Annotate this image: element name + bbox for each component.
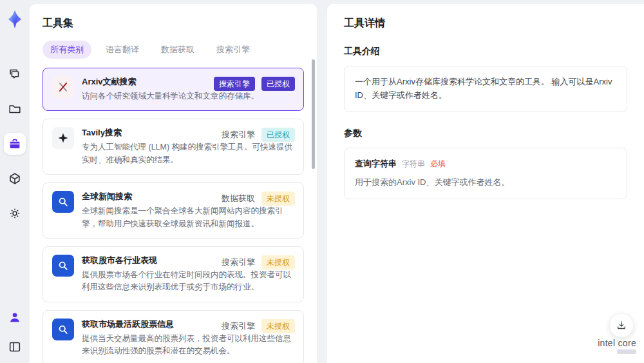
tool-badges: 搜索引擎已授权: [222, 128, 295, 142]
tool-description: 提供当天交易量最高的股票列表，投资者可以利用这些信息来识别流动性强的股票和潜在的…: [82, 333, 294, 358]
cube-icon: [8, 172, 22, 186]
sidebar-item-settings[interactable]: [4, 202, 26, 224]
icon-rail: [0, 0, 30, 363]
tool-detail-panel: 工具详情 工具介绍 一个用于从Arxiv存储库搜索科学论文和文章的工具。 输入可…: [327, 4, 644, 363]
tool-badges: 搜索引擎未授权: [222, 255, 295, 270]
tool-list: Arxiv文献搜索访问各个研究领域大量科学论文和文章的存储库。搜索引擎已授权Ta…: [43, 68, 304, 363]
tool-card-4[interactable]: 获取市场最活跃股票信息提供当天交易量最高的股票列表，投资者可以利用这些信息来识别…: [43, 310, 304, 363]
sidebar-item-files[interactable]: [4, 98, 26, 120]
param-name: 查询字符串: [355, 157, 397, 171]
category-badge: 数据获取: [222, 193, 255, 204]
tool-card-2[interactable]: 全球新闻搜索全球新闻搜索是一个聚合全球各大新闻网站内容的搜索引擎，帮助用户快速获…: [43, 182, 304, 239]
tab-category-1[interactable]: 语言翻译: [98, 41, 147, 59]
category-badge: 搜索引擎: [214, 77, 255, 91]
search-icon: [52, 319, 74, 340]
tool-card-0[interactable]: Arxiv文献搜索访问各个研究领域大量科学论文和文章的存储库。搜索引擎已授权: [43, 68, 304, 111]
rail-bottom: [0, 306, 30, 358]
search-icon: [52, 255, 74, 277]
tool-description: 提供股票市场各个行业在特定时间段内的表现。投资者可以利用这些信息来识别表现优于或…: [82, 269, 294, 294]
brand-sub-bar: [617, 349, 636, 354]
tool-description: 访问各个研究领域大量科学论文和文章的存储库。: [82, 90, 294, 103]
sidebar-item-models[interactable]: [4, 168, 26, 190]
tools-panel: 工具集 所有类别语言翻译数据获取搜索引擎 Arxiv文献搜索访问各个研究领域大量…: [30, 4, 317, 363]
auth-status-badge: 未授权: [261, 191, 295, 206]
param-type: 字符串: [402, 158, 425, 170]
list-scrollbar[interactable]: [312, 59, 315, 169]
download-icon: [616, 320, 627, 331]
category-badge: 搜索引擎: [222, 320, 255, 332]
download-button[interactable]: [610, 314, 633, 337]
sidebar-item-chat[interactable]: [4, 63, 26, 85]
param-required-badge: 必填: [430, 158, 446, 170]
tab-category-0[interactable]: 所有类别: [43, 41, 91, 59]
param-box: 查询字符串 字符串 必填 用于搜索的Arxiv ID、关键字或作者姓名。: [344, 148, 627, 200]
intro-text: 一个用于从Arxiv存储库搜索科学论文和文章的工具。 输入可以是Arxiv ID…: [355, 77, 612, 100]
rail-nav: [4, 63, 26, 224]
detail-title: 工具详情: [344, 17, 627, 30]
sidebar-panel-icon: [8, 340, 22, 354]
brand-badge: intel core: [598, 338, 636, 354]
param-desc: 用于搜索的Arxiv ID、关键字或作者姓名。: [355, 176, 616, 190]
tool-description: 全球新闻搜索是一个聚合全球各大新闻网站内容的搜索引擎，帮助用户快速获取全球最新资…: [82, 205, 294, 230]
sidebar-item-tools[interactable]: [4, 133, 26, 155]
auth-status-badge: 未授权: [261, 319, 295, 333]
params-heading: 参数: [344, 128, 627, 139]
app-logo: [5, 9, 25, 30]
tab-category-3[interactable]: 搜索引擎: [209, 41, 258, 59]
tool-card-1[interactable]: Tavily搜索专为人工智能代理 (LLM) 构建的搜索引擎工具。可快速提供实时…: [43, 119, 304, 175]
category-badge: 搜索引擎: [222, 257, 255, 268]
auth-status-badge: 未授权: [261, 255, 295, 270]
tool-badges: 搜索引擎未授权: [222, 319, 295, 333]
intro-heading: 工具介绍: [344, 46, 627, 57]
person-icon: [8, 310, 22, 324]
folder-icon: [8, 102, 22, 116]
tool-badges: 搜索引擎已授权: [214, 77, 295, 91]
tool-badges: 数据获取未授权: [222, 191, 295, 206]
gear-icon: [8, 206, 22, 221]
arxiv-logo-icon: [52, 76, 74, 98]
search-icon: [52, 191, 74, 213]
auth-status-badge: 已授权: [261, 128, 295, 142]
chat-bubbles-icon: [8, 67, 22, 81]
category-badge: 搜索引擎: [222, 129, 255, 141]
tool-card-3[interactable]: 获取股市各行业表现提供股票市场各个行业在特定时间段内的表现。投资者可以利用这些信…: [43, 246, 304, 302]
param-header: 查询字符串 字符串 必填: [355, 157, 616, 171]
tool-description: 专为人工智能代理 (LLM) 构建的搜索引擎工具。可快速提供实时、准确和真实的结…: [82, 141, 294, 166]
intro-box: 一个用于从Arxiv存储库搜索科学论文和文章的工具。 输入可以是Arxiv ID…: [344, 66, 627, 112]
category-tabs: 所有类别语言翻译数据获取搜索引擎: [43, 41, 304, 59]
brand-text: intel core: [598, 338, 636, 348]
four-point-star-icon: [52, 127, 74, 149]
briefcase-icon: [8, 137, 22, 151]
sidebar-item-account[interactable]: [4, 306, 26, 328]
auth-status-badge: 已授权: [261, 77, 295, 91]
page-title: 工具集: [43, 17, 304, 30]
sidebar-item-panel-toggle[interactable]: [4, 336, 26, 358]
tab-category-2[interactable]: 数据获取: [153, 41, 202, 59]
